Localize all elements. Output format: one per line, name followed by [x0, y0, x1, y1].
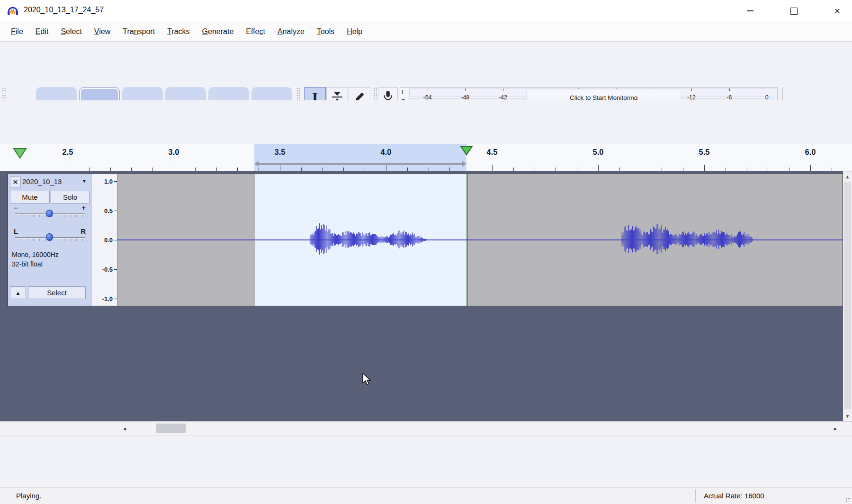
- ruler-tick: [68, 165, 68, 171]
- ruler-tick: [259, 168, 259, 171]
- selection-right-arrow-icon[interactable]: [462, 161, 466, 167]
- horizontal-scrollbar[interactable]: ◂ ▸: [0, 421, 852, 435]
- menu-file[interactable]: File: [5, 22, 29, 41]
- amplitude-scale-label: 1.0: [104, 178, 113, 185]
- track-title[interactable]: 2020_10_13: [22, 177, 82, 186]
- selection-toolbar: Project Rate (Hz) 16000 Snap-To Off Star…: [0, 435, 852, 487]
- close-button[interactable]: ✕: [823, 0, 852, 22]
- close-icon: ✕: [834, 7, 840, 16]
- ruler-tick: [832, 168, 832, 171]
- menu-tools[interactable]: Tools: [311, 22, 341, 41]
- minimize-button[interactable]: [735, 0, 765, 22]
- scroll-down-button[interactable]: ▼: [843, 411, 852, 421]
- scroll-right-button[interactable]: ▸: [828, 422, 843, 435]
- selection-left-arrow-icon[interactable]: [254, 161, 259, 167]
- vertical-scroll-thumb[interactable]: [844, 182, 851, 409]
- meter-tick: [465, 88, 466, 91]
- solo-label: Solo: [63, 193, 77, 201]
- meter-scale-number: -42: [499, 94, 507, 101]
- menu-tracks[interactable]: Tracks: [161, 22, 196, 41]
- ruler-tick: [429, 168, 429, 171]
- menu-generate[interactable]: Generate: [196, 22, 240, 41]
- horizontal-scroll-thumb[interactable]: [156, 424, 186, 433]
- maximize-button[interactable]: [779, 0, 808, 22]
- amplitude-scale-label: 0.5: [104, 207, 113, 214]
- meter-scale-number: -54: [423, 94, 432, 101]
- menu-edit[interactable]: Edit: [29, 22, 55, 41]
- audacity-window: 2020_10_13_17_24_57 ✕ FileEditSelectView…: [0, 0, 852, 504]
- ruler-tick: [152, 168, 153, 171]
- select-label: Select: [47, 289, 67, 297]
- titlebar: 2020_10_13_17_24_57 ✕: [0, 0, 852, 22]
- ruler-selection: [254, 144, 466, 171]
- scroll-left-button[interactable]: ◂: [117, 422, 132, 435]
- menu-view[interactable]: View: [88, 22, 117, 41]
- mouse-cursor: [362, 373, 371, 386]
- ruler-tick: [513, 168, 514, 171]
- ruler-tick: [641, 168, 641, 171]
- menu-select[interactable]: Select: [54, 22, 88, 41]
- amplitude-scale-tick: [114, 269, 117, 270]
- slider-thumb[interactable]: [46, 233, 53, 241]
- pinned-play-head-icon[interactable]: [12, 148, 27, 159]
- menu-transport[interactable]: Transport: [117, 22, 161, 41]
- waveform-view[interactable]: [117, 174, 843, 306]
- actual-rate: Actual Rate: 16000: [704, 492, 764, 500]
- track-format-line2: 32-bit float: [12, 260, 43, 268]
- timeline-ruler[interactable]: 2.53.03.54.04.55.05.56.0: [0, 144, 852, 171]
- ruler-tick: [365, 168, 365, 171]
- ruler-time-label: 5.0: [593, 148, 604, 157]
- ruler-tick: [110, 168, 111, 171]
- scroll-up-button[interactable]: ▲: [843, 171, 852, 182]
- ruler-tick: [577, 168, 577, 171]
- track-select-button[interactable]: Select: [28, 286, 86, 299]
- ruler-tick: [280, 165, 280, 171]
- meter-tick: [767, 88, 767, 91]
- ruler-time-label: 4.0: [381, 148, 392, 157]
- menu-analyze[interactable]: Analyze: [271, 22, 311, 41]
- track-canvas[interactable]: ✕ 2020_10_13 ▼ Mute Solo Mono, 16000Hz 3…: [0, 171, 852, 421]
- slider-thumb[interactable]: [46, 210, 53, 217]
- track-control-panel: ✕ 2020_10_13 ▼ Mute Solo Mono, 16000Hz 3…: [8, 174, 91, 306]
- ruler-tick: [407, 168, 408, 171]
- status-separator: [695, 489, 696, 503]
- ruler-tick: [131, 168, 132, 171]
- track-gain-slider[interactable]: – +: [15, 205, 85, 220]
- ruler-tick: [301, 168, 302, 171]
- ruler-tick: [747, 168, 747, 171]
- menu-effect[interactable]: Effect: [240, 22, 271, 41]
- solo-button[interactable]: Solo: [51, 191, 90, 203]
- vertical-scrollbar[interactable]: ▲ ▼: [843, 171, 852, 421]
- ruler-tick: [89, 168, 90, 171]
- playhead-marker-icon[interactable]: [460, 145, 473, 156]
- ruler-tick: [323, 168, 323, 171]
- minimize-icon: [747, 10, 753, 11]
- amplitude-scale-tick: [114, 240, 117, 240]
- ruler-tick: [216, 168, 217, 171]
- ruler-tick: [768, 168, 768, 171]
- collapse-arrow-icon: ▲: [16, 290, 21, 296]
- ruler-time-label: 4.5: [487, 148, 498, 157]
- track-close-button[interactable]: ✕: [10, 177, 21, 187]
- close-icon: ✕: [12, 178, 18, 186]
- resize-grip[interactable]: [845, 497, 851, 503]
- device-toolbar: MME Microphone (Realtek Au 2 (Stereo) Re…: [0, 122, 852, 144]
- selection-range-bar[interactable]: [258, 163, 463, 165]
- amplitude-scale-label: 0.0: [104, 237, 113, 244]
- slider-max-label: R: [81, 227, 86, 235]
- track-collapse-button[interactable]: ▲: [10, 286, 26, 299]
- slider-max-label: +: [81, 203, 86, 212]
- toolbar-dock-top: I↔✳ LR-54-48-42-18-12-60Click to Start M…: [0, 42, 852, 101]
- slider-min-label: L: [14, 227, 18, 235]
- menu-help[interactable]: Help: [341, 22, 368, 41]
- meter-scale-number: -12: [687, 94, 696, 101]
- mute-button[interactable]: Mute: [10, 191, 50, 203]
- amplitude-scale-tick: [114, 299, 117, 299]
- ruler-time-label: 2.5: [63, 148, 73, 157]
- meter-tick: [729, 88, 730, 91]
- ruler-tick: [195, 168, 196, 171]
- vertical-scale-ruler[interactable]: 1.00.50.0-0.5-1.0: [91, 174, 117, 306]
- ruler-tick: [535, 168, 535, 171]
- track-pan-slider[interactable]: L R: [15, 229, 85, 243]
- track-menu-arrow-icon[interactable]: ▼: [82, 178, 87, 184]
